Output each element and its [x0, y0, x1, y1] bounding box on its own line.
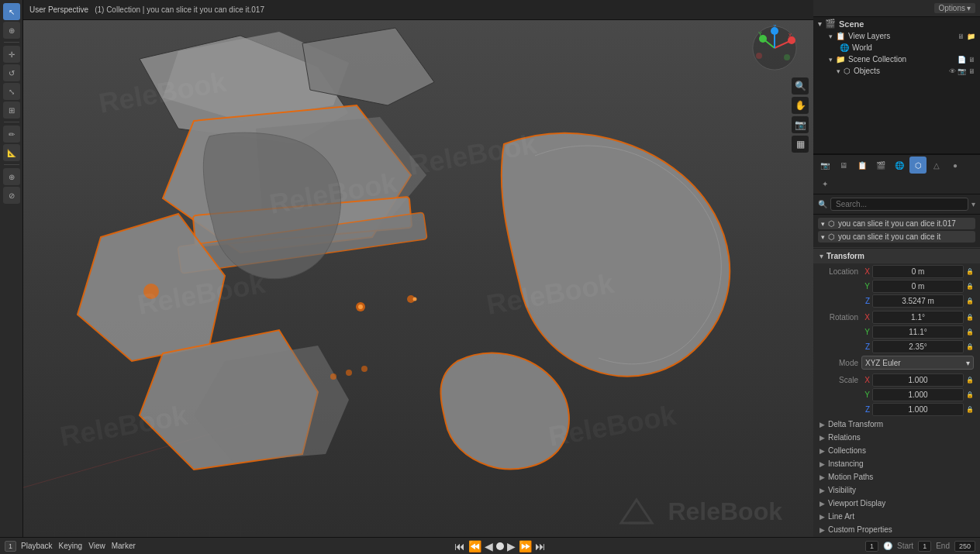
location-x-value[interactable]: 0 m	[872, 265, 964, 278]
scale-y-lock[interactable]: 🔒	[966, 391, 974, 398]
playback-menu[interactable]: Playback	[21, 542, 53, 550]
location-z-lock[interactable]: 🔒	[966, 298, 974, 305]
zoom-tool[interactable]: 🔍	[792, 77, 809, 95]
delta-transform-section[interactable]: ▶ Delta Transform	[813, 418, 980, 431]
object-name-display: you can slice it you can dice it.017	[838, 219, 972, 228]
3d-objects: ReleBook ReleBook ReleBook ReleBook Rele…	[23, 20, 813, 554]
rotation-y-label: Y	[861, 328, 870, 336]
scale-z-value[interactable]: 1.000	[872, 403, 964, 416]
rotate-tool[interactable]: ↺	[3, 64, 20, 81]
world-row[interactable]: 🌐 World	[813, 42, 980, 53]
current-frame-display[interactable]: 1	[865, 541, 878, 552]
outliner-content[interactable]: ▾ 🎬 Scene ▾ 📋 View Layers 🖥 📁 🌐	[813, 17, 980, 153]
viewport-display-section[interactable]: ▶ Viewport Display	[813, 497, 980, 510]
rotation-mode-row: Mode XYZ Euler ▾	[813, 354, 980, 371]
tab-particles[interactable]: ✦	[816, 175, 833, 192]
next-keyframe-btn[interactable]: ▶	[507, 540, 516, 552]
annotate-tool[interactable]: ✏	[3, 126, 20, 143]
cursor-tool[interactable]: ⊕	[3, 22, 20, 39]
instancing-section[interactable]: ▶ Instancing	[813, 457, 980, 470]
scene-collapse[interactable]: ▾	[818, 20, 822, 28]
transform-tool[interactable]: ⊞	[3, 102, 20, 119]
collections-section[interactable]: ▶ Collections	[813, 444, 980, 457]
rotation-z-lock[interactable]: 🔒	[966, 343, 974, 350]
scale-label: Scale	[820, 376, 858, 384]
camera-tool[interactable]: 📷	[792, 116, 809, 133]
location-z-value[interactable]: 3.5247 m	[872, 294, 964, 308]
objects-row[interactable]: ▾ ⬡ Objects 👁 📷 🖥	[813, 65, 980, 77]
collections-title: Collections	[828, 446, 866, 455]
rotation-z-value[interactable]: 2.35°	[872, 340, 964, 353]
properties-content[interactable]: ▾ Transform Location X 0 m 🔒	[813, 248, 980, 554]
jump-end-btn[interactable]: ⏭	[535, 540, 546, 552]
location-group: Location X 0 m 🔒 Y 0 m 🔒	[813, 263, 980, 309]
scale-y-value[interactable]: 1.000	[872, 388, 964, 401]
keying-menu[interactable]: Keying	[59, 542, 83, 550]
props-scroll[interactable]: ▾ Transform Location X 0 m 🔒	[813, 248, 980, 554]
motion-paths-section[interactable]: ▶ Motion Paths	[813, 470, 980, 483]
move-tool[interactable]: ✛	[3, 46, 20, 63]
shading-tool[interactable]: ▦	[792, 136, 809, 153]
options-button[interactable]: Options ▾	[934, 3, 975, 13]
next-frame-btn[interactable]: ⏩	[519, 540, 532, 552]
measure-tool[interactable]: 📐	[3, 144, 20, 161]
jump-start-btn[interactable]: ⏮	[454, 540, 465, 552]
tab-render[interactable]: 📷	[816, 157, 833, 174]
rotation-x-value[interactable]: 1.1°	[872, 311, 964, 324]
select-tool[interactable]: ↖	[3, 3, 20, 20]
tab-world[interactable]: 🌐	[891, 157, 908, 174]
toolbar-sep-3	[4, 164, 19, 165]
scale-x-lock[interactable]: 🔒	[966, 377, 974, 384]
rotation-y-lock[interactable]: 🔒	[966, 329, 974, 335]
scale-z-label: Z	[861, 405, 870, 414]
frame-info: 1 🕐 Start 1 End 250	[865, 541, 975, 552]
rotation-y-value[interactable]: 11.1°	[872, 325, 964, 339]
line-art-section[interactable]: ▶ Line Art	[813, 510, 980, 523]
scale-tool[interactable]: ⤡	[3, 83, 20, 100]
scene-label: Scene	[839, 19, 864, 29]
left-toolbar: ↖ ⊕ ✛ ↺ ⤡ ⊞ ✏ 📐 ⊕ ⊘	[0, 0, 23, 554]
viewlayers-icons: 🖥 📁	[958, 33, 975, 40]
scale-z-lock[interactable]: 🔒	[966, 406, 974, 413]
extra-tool[interactable]: ⊘	[3, 187, 20, 204]
tab-view-layer[interactable]: 📋	[854, 157, 871, 174]
add-tool[interactable]: ⊕	[3, 168, 20, 185]
delta-arrow: ▶	[820, 421, 825, 428]
tab-material[interactable]: ●	[947, 157, 964, 174]
prev-keyframe-btn[interactable]: ◀	[485, 540, 493, 552]
timeline-bar: 1 Playback Keying View Marker ⏮ ⏪ ◀ ▶ ⏩ …	[0, 537, 980, 554]
tab-scene[interactable]: 🎬	[872, 157, 889, 174]
prev-frame-btn[interactable]: ⏪	[468, 540, 481, 552]
scene-collection-row[interactable]: ▾ 📁 Scene Collection 📄 🖥	[813, 53, 980, 65]
filter-icon[interactable]: ▾	[971, 200, 975, 208]
search-input[interactable]	[830, 198, 968, 211]
rotation-x-lock[interactable]: 🔒	[966, 314, 974, 321]
viewport[interactable]: ReleBook ReleBook ReleBook ReleBook Rele…	[23, 0, 813, 554]
mode-dropdown[interactable]: XYZ Euler ▾	[861, 356, 974, 370]
location-y-lock[interactable]: 🔒	[966, 283, 974, 290]
transform-section-header[interactable]: ▾ Transform	[813, 248, 980, 263]
pan-tool[interactable]: ✋	[792, 97, 809, 114]
viewport-gizmo[interactable]: X Y Z	[751, 25, 798, 71]
end-frame-display[interactable]: 250	[954, 541, 975, 552]
play-stop-dot[interactable]	[496, 542, 504, 550]
view-menu[interactable]: View	[88, 542, 105, 550]
tab-object[interactable]: ⬡	[909, 157, 927, 174]
location-x-lock[interactable]: 🔒	[966, 268, 974, 275]
frame-sep: 🕐	[883, 542, 892, 550]
data-name-input[interactable]	[838, 232, 972, 241]
scene-row[interactable]: ▾ 🎬 Scene	[813, 17, 980, 30]
location-y-value[interactable]: 0 m	[872, 280, 964, 293]
view-layers-row[interactable]: ▾ 📋 View Layers 🖥 📁	[813, 30, 980, 42]
properties-panel: 📷 🖥 📋 🎬 🌐 ⬡ △ ● ✦ 🔍 ▾	[813, 155, 980, 554]
marker-menu[interactable]: Marker	[112, 542, 136, 550]
custom-properties-section[interactable]: ▶ Custom Properties	[813, 523, 980, 536]
rotation-group: Rotation X 1.1° 🔒 Y 11.1° 🔒	[813, 309, 980, 372]
visibility-section[interactable]: ▶ Visibility	[813, 483, 980, 497]
start-frame-display[interactable]: 1	[918, 541, 931, 552]
options-bar: Options ▾	[813, 0, 980, 17]
scale-x-value[interactable]: 1.000	[872, 373, 964, 387]
tab-output[interactable]: 🖥	[835, 157, 852, 174]
tab-mesh[interactable]: △	[928, 157, 945, 174]
relations-section[interactable]: ▶ Relations	[813, 431, 980, 444]
